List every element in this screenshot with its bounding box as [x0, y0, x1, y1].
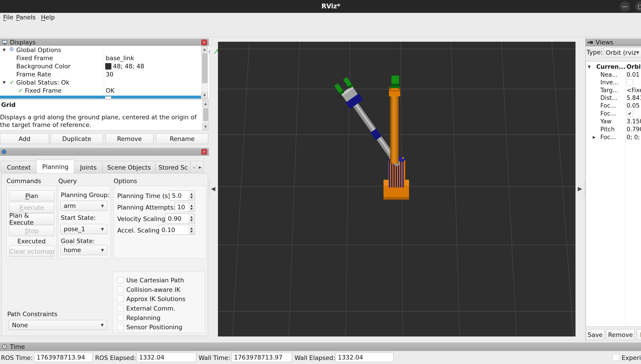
sensor-positioning-checkbox[interactable] — [117, 324, 124, 330]
views-row-yaw[interactable]: Yaw 3.150 — [586, 118, 641, 125]
tree-row-frame-rate[interactable]: Frame Rate 30 — [0, 70, 201, 78]
views-row-near-clip[interactable]: Nea... 0.01 — [586, 71, 641, 78]
accel-scaling-input[interactable]: 0.10 — [159, 225, 189, 235]
planning-time-input[interactable]: 5.0 — [169, 190, 189, 200]
tab-scroll-right-icon[interactable]: ▶ — [197, 161, 203, 174]
scrollbar[interactable]: ▲ ▼ — [202, 100, 209, 130]
velocity-scaling-stepper[interactable]: ▲▼ — [188, 214, 195, 224]
tree-row-background-color[interactable]: Background Color 48; 48; 48 — [0, 62, 201, 70]
tree-item-value[interactable]: 0.01 — [626, 71, 640, 78]
checkbox-unchecked[interactable] — [626, 79, 633, 86]
checkbox-checked[interactable]: ✔ — [626, 110, 633, 117]
tab-joints[interactable]: Joints — [74, 161, 103, 174]
menu-panels[interactable]: Panels — [16, 14, 36, 21]
remove-button[interactable]: Remove — [105, 134, 153, 144]
tree-item-value[interactable]: 48; 48; 48 — [113, 63, 144, 70]
tab-stored-scenes[interactable]: Stored Sc — [155, 161, 194, 174]
tree-item-value[interactable]: 0.790 — [626, 126, 641, 132]
planning-attempts-input[interactable]: 10 — [175, 202, 189, 212]
tree-row-fixed-frame-status[interactable]: ✓ Fixed Frame OK — [0, 86, 201, 94]
start-state-select[interactable]: pose_1 ▼ — [60, 224, 107, 234]
tree-item-value[interactable]: 5.841 — [626, 94, 641, 101]
spin-down-icon[interactable]: ▼ — [190, 230, 193, 233]
scroll-up-icon[interactable]: ▲ — [201, 46, 207, 52]
tree-item-value[interactable]: 0; 0; 0 — [626, 134, 641, 140]
spin-down-icon[interactable]: ▼ — [190, 207, 193, 210]
tree-row-global-status[interactable]: ▼ ✓ Global Status: Ok — [0, 78, 201, 86]
tree-item-value[interactable]: <Fixe — [626, 87, 641, 94]
rename-button[interactable]: Rename — [156, 134, 208, 144]
color-swatch[interactable] — [105, 63, 111, 70]
ros-time-field[interactable]: 1763978713.94 — [34, 352, 93, 362]
chevron-right-icon[interactable]: ▶ — [593, 135, 596, 140]
maximize-button[interactable]: ▢ — [635, 1, 641, 12]
views-row-focal-shape-size[interactable]: Foc... 0.05 — [586, 102, 641, 110]
tab-scroll-left-icon[interactable]: ◀ — [190, 161, 197, 174]
velocity-scaling-input[interactable]: 0.90 — [165, 214, 189, 224]
splitter-handle[interactable]: ······ — [0, 146, 209, 147]
wall-elapsed-field[interactable]: 1332.04 — [335, 352, 393, 362]
planning-attempts-stepper[interactable]: ▲▼ — [188, 202, 195, 212]
tree-item-value[interactable]: 0.05 — [626, 102, 640, 109]
clear-octomap-button[interactable]: Clear octomap — [9, 246, 54, 257]
rename-view-button[interactable]: R — [637, 329, 641, 340]
path-constraints-select[interactable]: None ▼ — [9, 320, 107, 330]
tab-context[interactable]: Context — [1, 161, 37, 174]
duplicate-button[interactable]: Duplicate — [51, 134, 103, 144]
views-row-focal-shape-fixed[interactable]: Foc... ✔ — [586, 110, 641, 117]
tree-item-value[interactable]: 3.150 — [626, 118, 641, 125]
ros-elapsed-field[interactable]: 1332.04 — [137, 352, 196, 362]
scrollbar[interactable]: ▲ ▼ — [201, 46, 208, 98]
spin-down-icon[interactable]: ▼ — [190, 196, 193, 199]
displays-panel-header[interactable]: Displays ✕ — [0, 38, 209, 46]
external-comm-checkbox[interactable] — [117, 305, 124, 312]
scroll-thumb[interactable] — [202, 53, 207, 83]
views-row-current-view[interactable]: ▼ Curren... Orbit — [586, 63, 641, 70]
approx-ik-solutions-checkbox[interactable] — [117, 296, 124, 302]
accel-scaling-stepper[interactable]: ▲▼ — [188, 225, 195, 235]
spin-up-icon[interactable]: ▲ — [190, 226, 193, 230]
scroll-thumb[interactable] — [203, 108, 208, 121]
menu-help[interactable]: Help — [41, 14, 55, 21]
spin-up-icon[interactable]: ▲ — [190, 192, 193, 196]
view-type-select[interactable]: Orbit (rviz ▼ — [604, 48, 641, 58]
collapse-left-icon[interactable]: ◀ — [211, 186, 215, 192]
close-icon[interactable]: ✕ — [201, 40, 207, 45]
views-row-invert-z[interactable]: Inve... — [586, 78, 641, 86]
spin-up-icon[interactable]: ▲ — [190, 204, 193, 207]
scroll-up-icon[interactable]: ▲ — [202, 100, 208, 107]
execute-button[interactable]: Execute — [9, 202, 54, 213]
plan-and-execute-button[interactable]: Plan & Execute — [9, 213, 54, 224]
add-button[interactable]: Add — [0, 134, 49, 144]
minimize-button[interactable]: — — [620, 1, 630, 12]
3d-viewport[interactable] — [218, 42, 575, 336]
views-row-target-frame[interactable]: Targ... <Fixe — [586, 86, 641, 94]
stop-button[interactable]: Stop — [9, 225, 54, 236]
views-panel-header[interactable]: Views — [586, 38, 641, 46]
scroll-down-icon[interactable]: ▼ — [201, 92, 207, 98]
scroll-down-icon[interactable]: ▼ — [202, 123, 208, 130]
tree-item-value[interactable]: 30 — [106, 71, 113, 78]
tree-row-global-options[interactable]: ▼ ⚙ Global Options — [0, 46, 201, 54]
collision-aware-ik-checkbox[interactable] — [117, 286, 124, 293]
menu-file[interactable]: File — [3, 14, 13, 21]
spin-up-icon[interactable]: ▲ — [190, 215, 193, 218]
planning-time-stepper[interactable]: ▲▼ — [188, 190, 195, 200]
replanning-checkbox[interactable] — [117, 314, 124, 321]
chevron-down-icon[interactable]: ▼ — [588, 64, 591, 69]
goal-state-select[interactable]: home ▼ — [60, 245, 107, 255]
plan-button[interactable]: Plan — [9, 190, 54, 201]
views-row-distance[interactable]: Dist... 5.841 — [586, 94, 641, 102]
time-panel-header[interactable]: Time — [0, 342, 641, 351]
dock-drag-handle[interactable] — [209, 180, 209, 198]
tab-scene-objects[interactable]: Scene Objects — [102, 161, 156, 174]
chevron-down-icon[interactable]: ▼ — [3, 80, 6, 84]
chevron-down-icon[interactable]: ▼ — [3, 48, 6, 52]
experimental-checkbox[interactable] — [612, 354, 619, 361]
tree-item-value[interactable]: base_link — [106, 54, 134, 62]
motion-planning-header[interactable]: ✕ — [0, 148, 209, 156]
save-view-button[interactable]: Save — [586, 329, 604, 340]
spin-down-icon[interactable]: ▼ — [190, 218, 193, 222]
tree-row-fixed-frame[interactable]: Fixed Frame base_link — [0, 54, 201, 62]
tab-planning[interactable]: Planning — [36, 160, 74, 174]
